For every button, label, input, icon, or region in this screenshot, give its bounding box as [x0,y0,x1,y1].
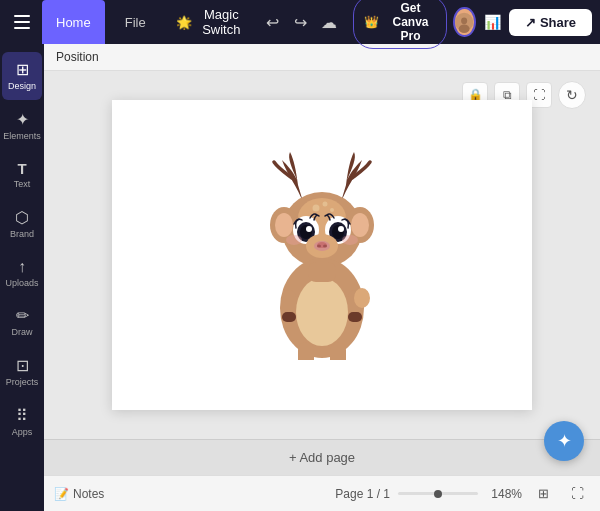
uploads-icon: ↑ [18,258,26,276]
sidebar-item-draw[interactable]: ✏ Draw [2,298,42,346]
fullscreen-button[interactable]: ⛶ [564,481,590,507]
svg-point-26 [342,235,358,245]
design-icon: ⊞ [16,60,29,79]
stats-button[interactable]: 📊 [482,7,503,37]
svg-point-23 [317,245,321,248]
sidebar: ⊞ Design ✦ Elements T Text ⬡ Brand ↑ Upl… [0,44,44,511]
tab-home-label: Home [56,15,91,30]
deer-illustration [222,145,422,365]
svg-point-10 [323,202,328,207]
grid-view-button[interactable]: ⊞ [530,481,556,507]
apps-icon: ⠿ [16,406,28,425]
svg-point-28 [296,278,348,346]
magic-fab-icon: ✦ [557,430,572,452]
page-indicator: Page 1 / 1 [335,487,478,501]
magic-fab-button[interactable]: ✦ [544,421,584,461]
magic-switch-label: Magic Switch [198,7,245,37]
expand-icon: ⛶ [533,88,545,102]
redo-button[interactable]: ↪ [290,6,313,38]
share-label: Share [540,15,576,30]
get-canva-pro-label: Get Canva Pro [385,1,437,43]
sidebar-item-design[interactable]: ⊞ Design [2,52,42,100]
redo-icon: ↪ [294,13,307,32]
svg-point-9 [313,205,320,212]
deer-svg [232,150,412,360]
canvas-area: Position 🔒 ⧉ ⛶ ↻ [44,44,600,511]
sidebar-item-uploads[interactable]: ↑ Uploads [2,250,42,297]
notes-icon: 📝 [54,487,69,501]
sidebar-item-brand[interactable]: ⬡ Brand [2,200,42,248]
sidebar-item-brand-label: Brand [10,230,34,240]
add-page-label: + Add page [289,450,355,465]
sidebar-item-text[interactable]: T Text [2,152,42,198]
magic-switch-button[interactable]: 🌟 Magic Switch [166,1,255,43]
svg-point-24 [323,245,327,248]
page-progress-dot [434,490,442,498]
svg-rect-36 [348,312,362,322]
svg-point-15 [306,226,312,232]
bottombar: 📝 Notes Page 1 / 1 148% ⊞ ⛶ [44,475,600,511]
sidebar-item-elements[interactable]: ✦ Elements [2,102,42,150]
svg-rect-29 [298,342,314,360]
get-canva-pro-button[interactable]: 👑 Get Canva Pro [353,0,448,49]
undo-icon: ↩ [266,13,279,32]
text-icon: T [17,160,26,177]
magic-switch-emoji: 🌟 [176,15,192,30]
notes-label: Notes [73,487,104,501]
menu-icon[interactable] [8,8,36,36]
sidebar-item-apps-label: Apps [12,428,33,438]
topbar: Home File 🌟 Magic Switch ↩ ↪ ☁ 👑 Get Can… [0,0,600,44]
elements-icon: ✦ [16,110,29,129]
grid-icon: ⊞ [538,486,549,501]
sidebar-item-projects-label: Projects [6,378,39,388]
draw-icon: ✏ [16,306,29,325]
svg-rect-38 [308,262,336,282]
add-page-button[interactable]: + Add page [289,450,355,465]
svg-rect-30 [330,342,346,360]
svg-point-11 [330,208,334,212]
canvas-viewport[interactable]: 🔒 ⧉ ⛶ ↻ [44,71,600,439]
share-button[interactable]: ↗ Share [509,9,592,36]
stats-icon: 📊 [484,14,501,30]
share-icon: ↗ [525,15,536,30]
sidebar-item-uploads-label: Uploads [5,279,38,289]
cloud-icon: ☁ [321,13,337,32]
tab-file[interactable]: File [111,0,160,44]
undo-button[interactable]: ↩ [261,6,284,38]
tab-file-label: File [125,15,146,30]
sidebar-item-draw-label: Draw [11,328,32,338]
sidebar-item-apps[interactable]: ⠿ Apps [2,398,42,446]
sidebar-item-elements-label: Elements [3,132,41,142]
brand-icon: ⬡ [15,208,29,227]
projects-icon: ⊡ [16,356,29,375]
sidebar-item-design-label: Design [8,82,36,92]
zoom-level: 148% [486,487,522,501]
avatar[interactable] [453,7,475,37]
sidebar-item-projects[interactable]: ⊡ Projects [2,348,42,396]
crown-icon: 👑 [364,15,379,29]
refresh-icon: ↻ [566,87,578,103]
cloud-save-button[interactable]: ☁ [318,6,341,38]
notes-button[interactable]: 📝 Notes [54,487,104,501]
page-label: Page 1 / 1 [335,487,390,501]
page-progress [398,492,478,495]
svg-point-7 [351,213,369,237]
position-label: Position [44,44,600,71]
svg-point-1 [462,17,468,24]
svg-point-25 [286,235,302,245]
canvas-page [112,100,532,410]
svg-point-19 [338,226,344,232]
svg-rect-35 [282,312,296,322]
sidebar-item-text-label: Text [14,180,31,190]
svg-point-37 [354,288,370,308]
main-layout: ⊞ Design ✦ Elements T Text ⬡ Brand ↑ Upl… [0,44,600,511]
svg-point-5 [275,213,293,237]
add-page-bar: + Add page [44,439,600,475]
svg-point-2 [459,24,470,33]
fullscreen-icon: ⛶ [571,486,584,501]
refresh-button[interactable]: ↻ [558,81,586,109]
tab-home[interactable]: Home [42,0,105,44]
